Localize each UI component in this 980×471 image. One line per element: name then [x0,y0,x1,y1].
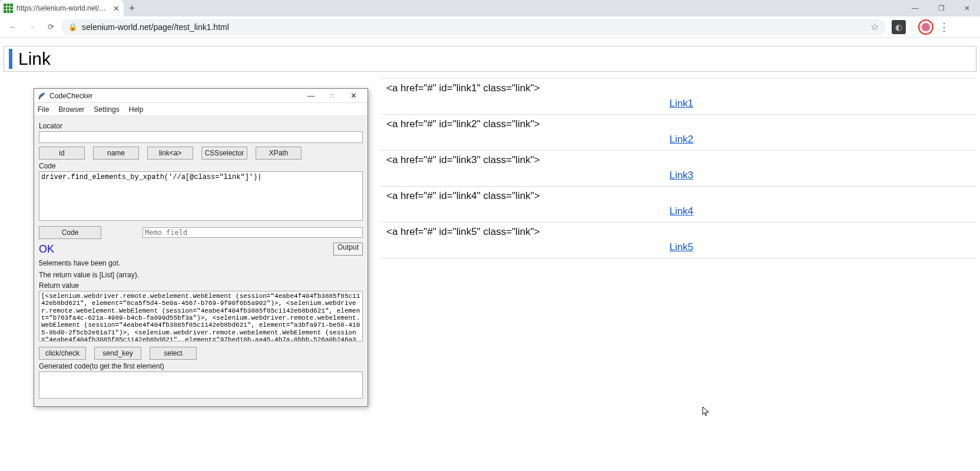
address-bar[interactable]: 🔒 selenium-world.net/page//test_link1.ht… [61,19,886,35]
window-maximize-button[interactable]: ❐ [928,0,954,16]
url-text: selenium-world.net/page//test_link1.html [82,22,866,32]
return-value-textarea[interactable] [39,291,363,341]
reload-button[interactable]: ⟳ [42,19,59,35]
xpath-button[interactable]: XPath [256,147,302,160]
link-code-text: <a href="#" id="link2" class="link"> [386,118,976,130]
send-key-button[interactable]: send_key [94,347,141,360]
id-button[interactable]: id [39,147,85,160]
cc-title-text: CodeChecker [49,92,300,100]
memo-field[interactable] [143,227,363,238]
page-title: Link [9,49,976,69]
link-anchor[interactable]: Link3 [386,170,976,181]
generated-code-textarea[interactable] [39,372,363,399]
browser-menu-button[interactable]: ⋮ [937,21,951,34]
code-label: Code [39,162,363,170]
click-check-button[interactable]: click/check [39,347,86,360]
select-button[interactable]: select [150,347,197,360]
nav-back-button[interactable]: ← [5,19,21,35]
link-anchor[interactable]: Link1 [386,98,976,110]
locator-input[interactable] [39,131,363,143]
link-block: <a href="#" id="link2" class="link"> Lin… [380,114,976,151]
app-feather-icon [38,92,46,100]
cc-maximize-button[interactable]: □ [322,89,343,102]
code-textarea[interactable] [39,171,363,221]
browser-tab[interactable]: https://selenium-world.net/page ✕ [0,0,124,16]
mouse-cursor-icon [702,406,710,419]
browser-toolbar: ← → ⟳ 🔒 selenium-world.net/page//test_li… [0,16,980,38]
window-minimize-button[interactable]: — [902,0,928,16]
link-anchor[interactable]: Link2 [386,134,976,145]
ok-status: OK [39,243,54,256]
favicon-icon [4,4,13,13]
link-code-text: <a href="#" id="link4" class="link"> [386,190,976,202]
link-block: <a href="#" id="link4" class="link"> Lin… [380,186,976,223]
cc-menu-settings[interactable]: Settings [92,104,120,115]
cc-menu-file[interactable]: File [37,104,50,115]
tab-close-button[interactable]: ✕ [112,4,120,12]
browser-tabstrip: https://selenium-world.net/page ✕ + — ❐ … [0,0,980,16]
links-column: <a href="#" id="link1" class="link"> Lin… [380,79,976,258]
page-header: Link [4,46,976,72]
cc-menu-browser[interactable]: Browser [57,104,85,115]
lock-icon: 🔒 [68,23,77,31]
nav-forward-button[interactable]: → [24,19,40,35]
elements-count-text: 5elements have been got. [39,259,363,267]
link-block: <a href="#" id="link1" class="link"> Lin… [380,78,976,115]
cssselector-button[interactable]: CSSselector [201,147,247,160]
link-block: <a href="#" id="link3" class="link"> Lin… [380,150,976,187]
window-close-button[interactable]: ✕ [954,0,980,16]
bookmark-star-icon[interactable]: ☆ [870,21,879,32]
codechecker-window: CodeChecker — □ ✕ File Browser Settings … [34,88,368,407]
cc-close-button[interactable]: ✕ [343,89,364,102]
locator-label: Locator [39,122,363,130]
link-anchor[interactable]: Link5 [386,241,976,253]
extension-icon[interactable]: ◐ [892,20,906,34]
return-value-label: Return value [39,281,363,290]
tab-title: https://selenium-world.net/page [16,4,108,12]
generated-code-label: Generated code(to get the first element) [39,362,363,370]
cc-menu-help[interactable]: Help [128,104,145,115]
link-block: <a href="#" id="link5" class="link"> Lin… [380,222,976,258]
cc-menubar: File Browser Settings Help [34,103,368,116]
link-code-text: <a href="#" id="link3" class="link"> [386,154,976,166]
output-button[interactable]: Output [333,243,363,256]
link-anchor[interactable]: Link4 [386,205,976,217]
new-tab-button[interactable]: + [124,0,140,16]
code-run-button[interactable]: Code [39,226,101,239]
cc-titlebar[interactable]: CodeChecker — □ ✕ [34,89,368,103]
name-button[interactable]: name [93,147,139,160]
toolbar-separator [912,21,912,33]
link-code-text: <a href="#" id="link5" class="link"> [386,226,976,238]
link-code-text: <a href="#" id="link1" class="link"> [386,82,976,94]
linka-button[interactable]: link<a> [147,147,193,160]
profile-avatar[interactable] [918,19,933,35]
cc-minimize-button[interactable]: — [300,89,322,102]
return-type-text: The return value is [List] (array). [39,271,363,279]
